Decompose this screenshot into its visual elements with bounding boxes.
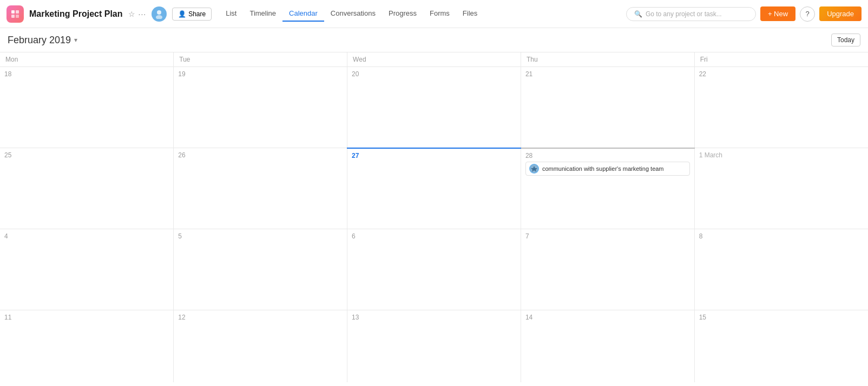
nav-tabs: List Timeline Calendar Conversations Pro… <box>219 6 484 22</box>
day-number: 22 <box>699 70 864 78</box>
month-title[interactable]: February 2019 ▾ <box>8 35 77 46</box>
tab-forms[interactable]: Forms <box>423 6 456 22</box>
day-19[interactable]: 19 <box>174 67 347 148</box>
day-27-today[interactable]: 27 <box>347 148 521 229</box>
day-number: 14 <box>525 314 690 321</box>
tab-conversations[interactable]: Conversations <box>324 6 382 22</box>
day-25[interactable]: 25 <box>0 148 174 229</box>
more-icon[interactable]: ··· <box>139 10 147 18</box>
day-12[interactable]: 12 <box>174 310 347 383</box>
col-fri: Fri <box>694 52 868 67</box>
day-28[interactable]: 28 communication with supplier's marketi… <box>521 148 694 229</box>
calendar-toolbar: February 2019 ▾ Today <box>0 28 868 52</box>
calendar-week-2: 25 26 27 28 <box>0 148 868 229</box>
app-icon <box>6 5 24 23</box>
svg-point-4 <box>157 10 161 15</box>
svg-rect-0 <box>11 10 15 14</box>
tab-list[interactable]: List <box>219 6 243 22</box>
event-title: communication with supplier's marketing … <box>542 165 664 172</box>
calendar-body: 18 19 20 21 22 25 <box>0 67 868 383</box>
day-7[interactable]: 7 <box>521 229 694 310</box>
day-4[interactable]: 4 <box>0 229 174 310</box>
tab-timeline[interactable]: Timeline <box>243 6 282 22</box>
calendar-week-1: 18 19 20 21 22 <box>0 67 868 148</box>
day-20[interactable]: 20 <box>347 67 521 148</box>
day-number: 12 <box>178 314 343 321</box>
day-number: 6 <box>352 232 516 240</box>
new-button[interactable]: + New <box>760 6 795 21</box>
svg-rect-3 <box>16 15 19 18</box>
header-action-icons: ☆ ··· <box>128 10 147 18</box>
col-mon: Mon <box>0 52 174 67</box>
day-5[interactable]: 5 <box>174 229 347 310</box>
calendar-week-3: 4 5 6 7 8 <box>0 229 868 310</box>
day-number: 20 <box>352 70 516 78</box>
day-13[interactable]: 13 <box>347 310 521 383</box>
calendar-week-4: 11 12 13 14 15 <box>0 310 868 383</box>
day-21[interactable]: 21 <box>521 67 694 148</box>
help-button[interactable]: ? <box>800 6 815 22</box>
day-number: 8 <box>699 232 864 240</box>
day-number: 18 <box>4 70 169 78</box>
share-button[interactable]: 👤 Share <box>172 8 212 21</box>
upgrade-button[interactable]: Upgrade <box>819 6 862 21</box>
header: Marketing Project Plan ☆ ··· 👤 Share Lis… <box>0 0 868 28</box>
avatar <box>152 6 167 22</box>
day-18[interactable]: 18 <box>0 67 174 148</box>
chevron-down-icon: ▾ <box>74 36 77 44</box>
day-8[interactable]: 8 <box>694 229 868 310</box>
event-avatar <box>529 164 539 174</box>
calendar-wrapper: Mon Tue Wed Thu Fri 18 19 20 21 <box>0 52 868 382</box>
day-22[interactable]: 22 <box>694 67 868 148</box>
tab-files[interactable]: Files <box>456 6 484 22</box>
day-number: 27 <box>352 152 516 159</box>
tab-calendar[interactable]: Calendar <box>282 6 324 22</box>
day-14[interactable]: 14 <box>521 310 694 383</box>
day-1-march[interactable]: 1 March <box>694 148 868 229</box>
svg-point-5 <box>156 15 162 19</box>
day-number: 11 <box>4 314 169 321</box>
star-icon[interactable]: ☆ <box>128 10 135 18</box>
tab-progress[interactable]: Progress <box>382 6 423 22</box>
svg-rect-2 <box>11 15 15 18</box>
day-number: 1 March <box>699 151 864 159</box>
day-number: 4 <box>4 232 169 240</box>
search-placeholder: Go to any project or task... <box>646 10 722 18</box>
search-icon: 🔍 <box>634 10 642 18</box>
col-thu: Thu <box>521 52 694 67</box>
day-number: 28 <box>525 152 690 159</box>
calendar-header-row: Mon Tue Wed Thu Fri <box>0 52 868 67</box>
day-15[interactable]: 15 <box>694 310 868 383</box>
day-number: 15 <box>699 314 864 321</box>
event-item[interactable]: communication with supplier's marketing … <box>525 162 690 176</box>
today-button[interactable]: Today <box>831 34 860 46</box>
day-number: 19 <box>178 70 343 78</box>
col-wed: Wed <box>347 52 521 67</box>
day-number: 25 <box>4 151 169 159</box>
col-tue: Tue <box>174 52 347 67</box>
person-icon: 👤 <box>178 10 186 18</box>
day-number: 26 <box>178 151 343 159</box>
day-6[interactable]: 6 <box>347 229 521 310</box>
day-11[interactable]: 11 <box>0 310 174 383</box>
day-number: 21 <box>525 70 690 78</box>
svg-rect-1 <box>16 10 19 14</box>
search-box[interactable]: 🔍 Go to any project or task... <box>626 7 756 21</box>
day-number: 13 <box>352 314 516 321</box>
day-26[interactable]: 26 <box>174 148 347 229</box>
header-right: 🔍 Go to any project or task... + New ? U… <box>626 6 862 22</box>
day-number: 7 <box>525 232 690 240</box>
day-number: 5 <box>178 232 343 240</box>
project-title: Marketing Project Plan <box>29 9 123 19</box>
calendar-table: Mon Tue Wed Thu Fri 18 19 20 21 <box>0 52 868 382</box>
